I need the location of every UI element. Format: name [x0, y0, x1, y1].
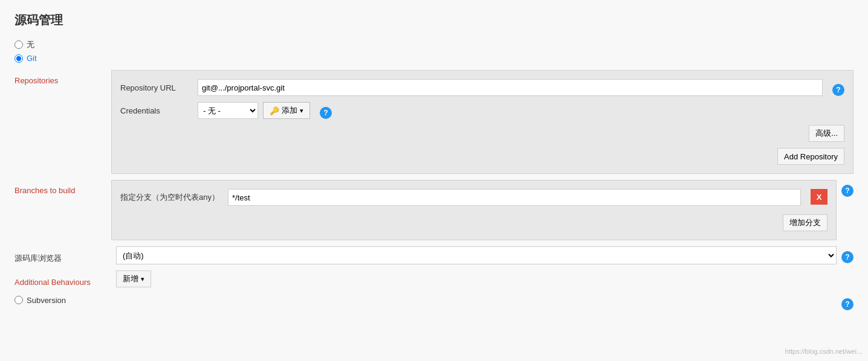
- subversion-help-icon[interactable]: ?: [841, 298, 853, 310]
- repo-url-input[interactable]: [198, 79, 823, 96]
- source-browser-select[interactable]: (自动) GitHub GitLab Bitbucket: [116, 246, 837, 264]
- repo-url-row: Repository URL ?: [120, 79, 844, 96]
- branches-help-icon[interactable]: ?: [841, 185, 853, 197]
- credentials-label: Credentials: [120, 106, 193, 115]
- source-browser-row: 源码库浏览器 (自动) GitHub GitLab Bitbucket ?: [15, 246, 853, 264]
- branch-label: 指定分支（为空时代表any）: [120, 192, 223, 203]
- repositories-content: Repository URL ? Credentials - 无 - 🔑 添加 …: [111, 70, 853, 174]
- additional-behaviours-row: Additional Behaviours 新增: [15, 270, 853, 287]
- credentials-row: Credentials - 无 - 🔑 添加 ?: [120, 102, 844, 119]
- add-repo-row: Add Repository: [120, 148, 844, 165]
- credentials-select[interactable]: - 无 -: [198, 102, 258, 119]
- additional-behaviours-wrapper: 新增: [116, 270, 853, 287]
- radio-subversion[interactable]: Subversion: [15, 296, 66, 305]
- add-branch-button[interactable]: 增加分支: [783, 214, 828, 231]
- credentials-help-icon[interactable]: ?: [320, 107, 332, 119]
- branches-section-row: Branches to build X 指定分支（为空时代表any） 增加分支 …: [15, 180, 853, 240]
- repositories-section-label: Repositories: [15, 70, 111, 85]
- subversion-row: Subversion ?: [15, 293, 853, 310]
- add-behaviour-button[interactable]: 新增: [116, 270, 151, 287]
- source-browser-label: 源码库浏览器: [15, 247, 111, 264]
- repositories-section-row: Repositories Repository URL ? Credential…: [15, 70, 853, 174]
- add-credential-button[interactable]: 🔑 添加: [263, 102, 310, 119]
- branch-row: 指定分支（为空时代表any）: [120, 189, 828, 206]
- page-title: 源码管理: [15, 12, 853, 28]
- repo-url-help-icon[interactable]: ?: [832, 84, 844, 96]
- add-credential-label: 添加: [282, 105, 297, 116]
- repo-url-label: Repository URL: [120, 83, 193, 92]
- additional-behaviours-label: Additional Behaviours: [15, 272, 111, 287]
- branches-section-label: Branches to build: [15, 180, 111, 195]
- radio-git-label: Git: [27, 54, 37, 63]
- branches-content: X 指定分支（为空时代表any） 增加分支: [111, 180, 837, 240]
- radio-none-input[interactable]: [15, 40, 23, 49]
- radio-subversion-label: Subversion: [27, 296, 66, 305]
- key-icon: 🔑: [270, 106, 279, 115]
- repositories-section-wrapper: Repository URL ? Credentials - 无 - 🔑 添加 …: [111, 70, 853, 174]
- radio-git[interactable]: Git: [15, 54, 853, 63]
- radio-git-input[interactable]: [15, 54, 23, 63]
- add-branch-row: 增加分支: [120, 212, 828, 231]
- source-browser-help-icon[interactable]: ?: [841, 251, 853, 263]
- radio-none[interactable]: 无: [15, 39, 853, 50]
- source-type-radio-group: 无 Git: [15, 39, 853, 63]
- advanced-button[interactable]: 高级...: [809, 125, 844, 142]
- repo-actions: 高级...: [120, 125, 844, 145]
- branch-input[interactable]: [228, 189, 801, 206]
- radio-none-label: 无: [27, 39, 34, 50]
- source-browser-wrapper: (自动) GitHub GitLab Bitbucket ?: [116, 246, 853, 264]
- add-repository-button[interactable]: Add Repository: [777, 148, 844, 165]
- branches-section-wrapper: X 指定分支（为空时代表any） 增加分支 ?: [111, 180, 853, 240]
- radio-subversion-input[interactable]: [15, 296, 23, 304]
